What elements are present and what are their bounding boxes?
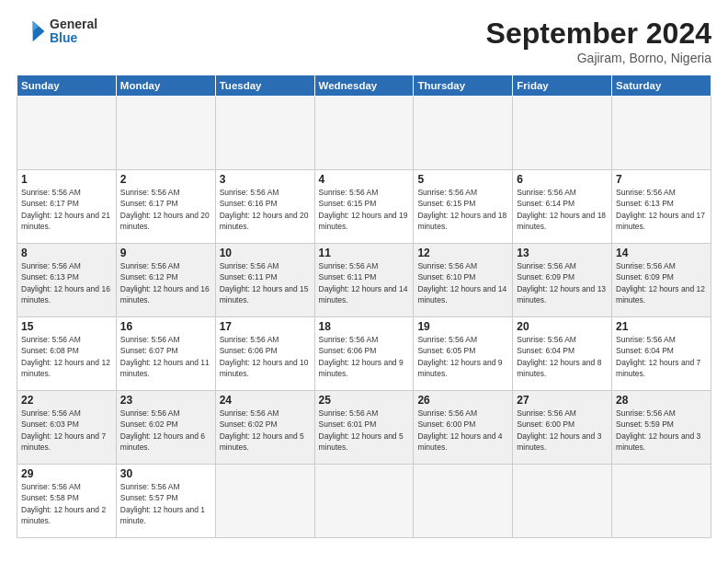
col-wednesday: Wednesday (314, 75, 414, 97)
table-row: 9Sunrise: 5:56 AMSunset: 6:12 PMDaylight… (116, 244, 215, 317)
col-tuesday: Tuesday (215, 75, 314, 97)
calendar-week-row: 8Sunrise: 5:56 AMSunset: 6:13 PMDaylight… (17, 244, 711, 317)
calendar-week-row: 15Sunrise: 5:56 AMSunset: 6:08 PMDayligh… (17, 317, 711, 391)
calendar-table: Sunday Monday Tuesday Wednesday Thursday… (17, 75, 711, 538)
table-row (612, 97, 711, 170)
table-row (17, 97, 117, 170)
table-row: 12Sunrise: 5:56 AMSunset: 6:10 PMDayligh… (414, 244, 513, 317)
day-number: 14 (616, 247, 707, 259)
month-title: September 2024 (486, 17, 711, 51)
table-row (314, 97, 414, 170)
day-info: Sunrise: 5:56 AMSunset: 6:03 PMDaylight:… (21, 408, 112, 453)
table-row: 10Sunrise: 5:56 AMSunset: 6:11 PMDayligh… (215, 244, 314, 317)
day-number: 15 (21, 320, 112, 333)
day-number: 16 (120, 320, 211, 333)
day-info: Sunrise: 5:56 AMSunset: 6:00 PMDaylight:… (417, 408, 508, 453)
table-row: 3Sunrise: 5:56 AMSunset: 6:16 PMDaylight… (215, 170, 314, 244)
col-thursday: Thursday (414, 75, 513, 97)
table-row: 20Sunrise: 5:56 AMSunset: 6:04 PMDayligh… (513, 317, 612, 391)
day-number: 12 (417, 247, 508, 259)
table-row (612, 465, 711, 538)
calendar-header-row: Sunday Monday Tuesday Wednesday Thursday… (17, 75, 711, 97)
table-row: 15Sunrise: 5:56 AMSunset: 6:08 PMDayligh… (17, 317, 117, 391)
day-number: 5 (417, 173, 508, 186)
table-row (215, 97, 314, 170)
table-row (116, 97, 215, 170)
table-row: 24Sunrise: 5:56 AMSunset: 6:02 PMDayligh… (215, 391, 314, 465)
table-row: 21Sunrise: 5:56 AMSunset: 6:04 PMDayligh… (612, 317, 711, 391)
page-header: General Blue September 2024 Gajiram, Bor… (17, 17, 711, 65)
day-info: Sunrise: 5:56 AMSunset: 6:13 PMDaylight:… (616, 187, 707, 232)
day-number: 9 (120, 247, 211, 259)
day-number: 10 (220, 247, 311, 259)
day-info: Sunrise: 5:56 AMSunset: 6:12 PMDaylight:… (120, 260, 211, 305)
table-row: 27Sunrise: 5:56 AMSunset: 6:00 PMDayligh… (513, 391, 612, 465)
table-row: 18Sunrise: 5:56 AMSunset: 6:06 PMDayligh… (314, 317, 414, 391)
logo-blue: Blue (50, 31, 97, 45)
day-info: Sunrise: 5:56 AMSunset: 6:02 PMDaylight:… (220, 408, 311, 453)
table-row: 17Sunrise: 5:56 AMSunset: 6:06 PMDayligh… (215, 317, 314, 391)
day-number: 7 (616, 173, 707, 186)
table-row: 25Sunrise: 5:56 AMSunset: 6:01 PMDayligh… (314, 391, 414, 465)
day-number: 4 (319, 173, 410, 186)
calendar-week-row: 22Sunrise: 5:56 AMSunset: 6:03 PMDayligh… (17, 391, 711, 465)
day-number: 20 (517, 320, 608, 333)
day-number: 30 (120, 467, 211, 480)
table-row: 8Sunrise: 5:56 AMSunset: 6:13 PMDaylight… (17, 244, 117, 317)
title-block: September 2024 Gajiram, Borno, Nigeria (486, 17, 711, 65)
day-info: Sunrise: 5:56 AMSunset: 6:06 PMDaylight:… (319, 334, 410, 379)
day-info: Sunrise: 5:56 AMSunset: 6:04 PMDaylight:… (517, 334, 608, 379)
day-info: Sunrise: 5:56 AMSunset: 6:08 PMDaylight:… (21, 334, 112, 379)
table-row (414, 97, 513, 170)
day-number: 21 (616, 320, 707, 333)
table-row: 5Sunrise: 5:56 AMSunset: 6:15 PMDaylight… (414, 170, 513, 244)
table-row: 30Sunrise: 5:56 AMSunset: 5:57 PMDayligh… (116, 465, 215, 538)
location-subtitle: Gajiram, Borno, Nigeria (486, 51, 711, 65)
day-info: Sunrise: 5:56 AMSunset: 6:00 PMDaylight:… (517, 408, 608, 453)
day-info: Sunrise: 5:56 AMSunset: 6:11 PMDaylight:… (220, 260, 311, 305)
table-row: 22Sunrise: 5:56 AMSunset: 6:03 PMDayligh… (17, 391, 117, 465)
table-row (513, 97, 612, 170)
day-info: Sunrise: 5:56 AMSunset: 6:07 PMDaylight:… (120, 334, 211, 379)
day-number: 18 (319, 320, 410, 333)
table-row: 28Sunrise: 5:56 AMSunset: 5:59 PMDayligh… (612, 391, 711, 465)
day-info: Sunrise: 5:56 AMSunset: 6:10 PMDaylight:… (417, 260, 508, 305)
day-number: 24 (220, 394, 311, 407)
day-number: 1 (21, 173, 112, 186)
table-row: 16Sunrise: 5:56 AMSunset: 6:07 PMDayligh… (116, 317, 215, 391)
day-info: Sunrise: 5:56 AMSunset: 6:14 PMDaylight:… (517, 187, 608, 232)
day-number: 6 (517, 173, 608, 186)
col-sunday: Sunday (17, 75, 117, 97)
day-number: 13 (517, 247, 608, 259)
day-info: Sunrise: 5:56 AMSunset: 5:57 PMDaylight:… (120, 481, 211, 526)
day-info: Sunrise: 5:56 AMSunset: 6:06 PMDaylight:… (220, 334, 311, 379)
logo-general: General (50, 17, 97, 31)
day-info: Sunrise: 5:56 AMSunset: 5:59 PMDaylight:… (616, 408, 707, 453)
day-info: Sunrise: 5:56 AMSunset: 6:04 PMDaylight:… (616, 334, 707, 379)
table-row: 29Sunrise: 5:56 AMSunset: 5:58 PMDayligh… (17, 465, 117, 538)
table-row (513, 465, 612, 538)
day-number: 11 (319, 247, 410, 259)
day-info: Sunrise: 5:56 AMSunset: 6:13 PMDaylight:… (21, 260, 112, 305)
calendar-page: General Blue September 2024 Gajiram, Bor… (0, 0, 728, 563)
day-info: Sunrise: 5:56 AMSunset: 6:09 PMDaylight:… (517, 260, 608, 305)
day-number: 27 (517, 394, 608, 407)
table-row: 26Sunrise: 5:56 AMSunset: 6:00 PMDayligh… (414, 391, 513, 465)
logo: General Blue (17, 17, 97, 46)
day-number: 8 (21, 247, 112, 259)
day-info: Sunrise: 5:56 AMSunset: 6:17 PMDaylight:… (120, 187, 211, 232)
table-row (314, 465, 414, 538)
day-info: Sunrise: 5:56 AMSunset: 6:16 PMDaylight:… (220, 187, 311, 232)
day-info: Sunrise: 5:56 AMSunset: 6:09 PMDaylight:… (616, 260, 707, 305)
day-number: 17 (220, 320, 311, 333)
table-row (414, 465, 513, 538)
day-number: 25 (319, 394, 410, 407)
table-row: 4Sunrise: 5:56 AMSunset: 6:15 PMDaylight… (314, 170, 414, 244)
day-number: 2 (120, 173, 211, 186)
day-info: Sunrise: 5:56 AMSunset: 6:05 PMDaylight:… (417, 334, 508, 379)
day-number: 3 (220, 173, 311, 186)
day-number: 28 (616, 394, 707, 407)
day-info: Sunrise: 5:56 AMSunset: 6:01 PMDaylight:… (319, 408, 410, 453)
logo-text: General Blue (50, 17, 97, 46)
calendar-week-row (17, 97, 711, 170)
